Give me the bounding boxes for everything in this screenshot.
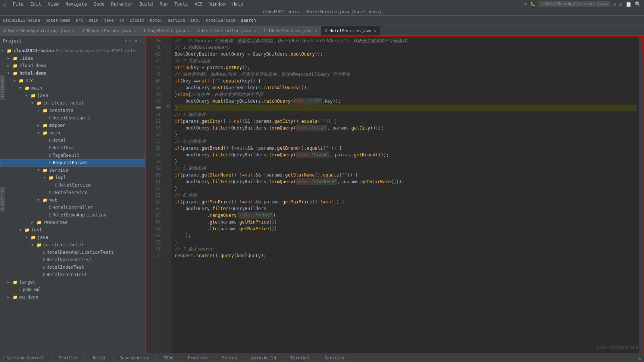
breadcrumb-item-0[interactable]: cloud2021-heima xyxy=(3,18,40,23)
tree-item-cn-itcast[interactable]: ▼ 📁 cn.itcast.hotel xyxy=(0,99,145,107)
breadcrumb-item-10[interactable]: HotelService xyxy=(206,18,235,23)
toolbar-icon-4: 🔍 xyxy=(635,1,641,7)
tree-item-cn-itcast-test[interactable]: ▼ 📁 cn.itcast.hotel xyxy=(0,241,145,249)
breadcrumb-item-6[interactable]: itcast xyxy=(129,18,144,23)
statusbar-terminal[interactable]: Terminal xyxy=(290,356,310,361)
statusbar-build[interactable]: Build xyxy=(93,356,105,361)
tree-item-idea[interactable]: ▶ 📁 .idea xyxy=(0,54,145,62)
tab-icon-c-2: C xyxy=(144,29,146,33)
arrow-test: ▼ xyxy=(19,228,25,232)
tree-item-ihotelservice[interactable]: I IHotelService xyxy=(0,189,145,196)
tab-ihotelservice[interactable]: I IHotelService.java × xyxy=(260,26,321,35)
class-icon-hoteldemoapplication: C xyxy=(49,213,51,218)
tab-close-5[interactable]: × xyxy=(374,29,376,33)
menu-help[interactable]: Help xyxy=(229,1,246,7)
menu-file[interactable]: File xyxy=(10,1,26,7)
statusbar-dependencies[interactable]: Dependencies xyxy=(119,356,149,361)
statusbar-vcs[interactable]: ⑃ Version Control xyxy=(3,356,44,361)
tab-pageresult[interactable]: C PageResult.java × xyxy=(140,26,194,35)
tab-requestparams[interactable]: C RequestParams.java × xyxy=(79,26,140,35)
code-line-60: if (params.getStarName() != null && !par… xyxy=(175,172,637,178)
sidebar-icon-collapse[interactable]: ⊟ xyxy=(129,38,132,44)
statusbar-todo[interactable]: TODO xyxy=(163,356,173,361)
tree-item-cloud-demo[interactable]: ▶ 📁 cloud-demo xyxy=(0,62,145,69)
statusbar-spring[interactable]: Spring xyxy=(222,356,237,361)
tree-item-pojo[interactable]: ▼ 📁 pojo xyxy=(0,129,145,137)
code-area[interactable]: // 2.1query: 代表查询，里面指定查询类型。QueryBuilders… xyxy=(172,36,640,354)
problems-label: Problems xyxy=(188,356,208,361)
breadcrumb-item-3[interactable]: main xyxy=(88,18,99,23)
tree-item-test[interactable]: ▼ 📁 test xyxy=(0,226,145,234)
tab-hotelcontroller[interactable]: C HotelController.java × xyxy=(194,26,260,35)
tree-item-hotel-demo[interactable]: ▼ 📁 hotel-demo xyxy=(0,69,145,77)
tree-item-hoteldoctest[interactable]: C HotelDocumentTest xyxy=(0,256,145,263)
tree-item-impl[interactable]: ▼ 📁 impl xyxy=(0,174,145,181)
statusbar-profiler[interactable]: Profiler xyxy=(59,356,78,361)
tree-label-web: web xyxy=(49,197,57,203)
tree-item-hotelcontroller[interactable]: C HotelController xyxy=(0,204,145,211)
breadcrumb-item-4[interactable]: java xyxy=(104,18,114,23)
tree-item-resources[interactable]: ▶ 📁 resources xyxy=(0,219,145,226)
tree-item-hoteldoc[interactable]: C HotelDoc xyxy=(0,144,145,152)
status-bar: ⑃ Version Control | Profiler | Build | D… xyxy=(0,354,644,362)
tree-item-src[interactable]: ▼ 📁 src xyxy=(0,77,145,84)
tree-item-pomxml[interactable]: ✦ pom.xml xyxy=(0,286,145,293)
breadcrumb-item-8[interactable]: service xyxy=(168,18,185,23)
statusbar-problems[interactable]: Problems xyxy=(188,356,208,361)
tree-item-hotelindextest[interactable]: C HotelIndexTest xyxy=(0,263,145,271)
tree-item-root[interactable]: ▼ 📁 cloud2021-heima E:\idea-workspace\cl… xyxy=(0,47,145,54)
menu-edit[interactable]: Edit xyxy=(27,1,44,7)
tab-close-0[interactable]: × xyxy=(72,29,75,33)
breadcrumb-item-1[interactable]: hotel-demo xyxy=(46,18,70,23)
tree-item-pageresult[interactable]: C PageResult xyxy=(0,152,145,159)
tree-item-hoteldemoapplicationtests[interactable]: C HotelDemoApplicationTests xyxy=(0,249,145,256)
menu-window[interactable]: Window xyxy=(206,1,228,7)
build-label: Build xyxy=(93,356,105,361)
tree-item-main[interactable]: ▼ 📁 main xyxy=(0,84,145,92)
menu-vcs[interactable]: VCS xyxy=(192,1,206,7)
tab-close-3[interactable]: × xyxy=(254,29,256,33)
tab-close-1[interactable]: × xyxy=(134,29,136,33)
run-icon[interactable]: ▶ xyxy=(525,1,527,6)
statusbar-auto-build[interactable]: Auto-build xyxy=(251,356,276,361)
tab-hoteldemo[interactable]: C HotelDemoApplication.java × xyxy=(0,26,79,35)
menu-code[interactable]: Code xyxy=(91,1,107,7)
tree-item-mq-demo[interactable]: ▶ 📁 mq-demo xyxy=(0,293,145,301)
run-config[interactable]: ☕ HotelDemoApplication.java xyxy=(538,1,610,7)
tree-item-hotelservice[interactable]: C HotelService xyxy=(0,181,145,189)
tree-item-hotelconstants[interactable]: C HotelConstants xyxy=(0,114,145,122)
tab-close-2[interactable]: × xyxy=(187,29,190,33)
tree-item-web[interactable]: ▼ 📁 web xyxy=(0,196,145,204)
statusbar-services[interactable]: Services xyxy=(325,356,344,361)
breadcrumb-item-9[interactable]: impl xyxy=(191,18,201,23)
menu-tools[interactable]: Tools xyxy=(171,1,191,7)
tree-item-hotel[interactable]: C Hotel xyxy=(0,137,145,144)
tab-close-4[interactable]: × xyxy=(315,29,317,33)
tree-item-constants[interactable]: ▼ 📁 constants xyxy=(0,107,145,114)
sidebar-icon-close[interactable]: — xyxy=(140,38,142,44)
menu-run[interactable]: Run xyxy=(157,1,171,7)
tab-hotelservice[interactable]: C HotelService.java × xyxy=(321,26,380,35)
menu-view[interactable]: View xyxy=(45,1,62,7)
tree-item-java-main[interactable]: ▼ 📁 java xyxy=(0,92,145,99)
tree-item-target[interactable]: ▶ 📁 target xyxy=(0,278,145,286)
tree-item-hoteldemoapplication[interactable]: C HotelDemoApplication xyxy=(0,211,145,219)
code-text-57d: termQuery xyxy=(269,152,293,158)
menu-refactor[interactable]: Refactor xyxy=(108,1,136,7)
breadcrumb-item-7[interactable]: hotel xyxy=(150,18,162,23)
menu-build[interactable]: Build xyxy=(137,1,156,7)
tree-item-service[interactable]: ▼ 📁 service xyxy=(0,166,145,174)
line-numbers: 40 41 42 43 44 45 46 47 48 49 50 51 52 5… xyxy=(146,36,164,354)
code-text-60l: )) { xyxy=(347,172,358,178)
tree-item-requestparams[interactable]: C RequestParams xyxy=(0,159,145,166)
tree-item-mapper[interactable]: ▶ 📁 mapper xyxy=(0,122,145,129)
breadcrumb-item-11[interactable]: search xyxy=(241,18,256,23)
tree-item-java-test[interactable]: ▼ 📁 java xyxy=(0,234,145,241)
menu-navigate[interactable]: Navigate xyxy=(62,1,90,7)
breadcrumb-item-5[interactable]: cn xyxy=(119,18,124,23)
breadcrumb-item-2[interactable]: src xyxy=(76,18,83,23)
sidebar-icon-sync[interactable]: ⊙ xyxy=(125,38,127,44)
sidebar-icon-settings[interactable]: ⚙ xyxy=(135,38,137,44)
tree-item-hotelsearchtest[interactable]: C HotelSearchTest xyxy=(0,271,145,278)
debug-icon[interactable]: 🐛 xyxy=(530,1,535,6)
